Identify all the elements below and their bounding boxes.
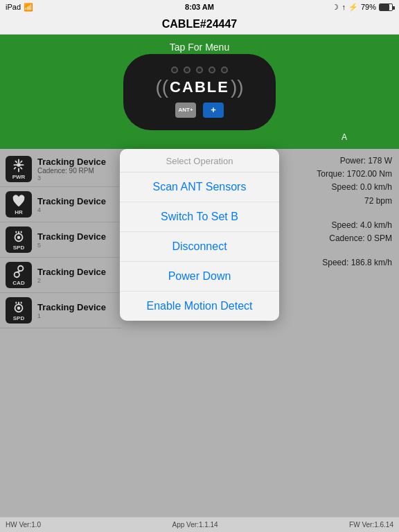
cable-icons: ANT+ +	[175, 103, 224, 118]
footer: HW Ver:1.0 App Ver:1.1.14 FW Ver:1.6.14	[0, 517, 399, 532]
arrow-icon: ↑	[342, 3, 346, 11]
cable-dots	[171, 66, 228, 73]
status-left: iPad 📶	[6, 3, 33, 12]
title-bar: CABLE#24447	[0, 14, 399, 35]
status-bar: iPad 📶 8:03 AM ☽ ↑ ⚡ 79%	[0, 0, 399, 14]
dropdown-item-disconnect[interactable]: Disconnect	[120, 232, 279, 262]
wifi-icon: 📶	[24, 3, 33, 12]
device-name: iPad	[6, 3, 21, 11]
cable-device[interactable]: (( CABLE )) ANT+ +	[123, 54, 276, 130]
app-title: CABLE#24447	[162, 18, 238, 30]
battery-icon	[379, 3, 393, 11]
hw-version: HW Ver:1.0	[6, 521, 41, 529]
right-paren: ))	[231, 76, 244, 98]
bluetooth-icon: ⚡	[348, 3, 358, 12]
dropdown-menu: Select Operation Scan ANT SensorsSwitch …	[120, 149, 279, 321]
status-right: ☽ ↑ ⚡ 79%	[332, 3, 393, 12]
left-paren: ((	[155, 76, 168, 98]
header-area[interactable]: Tap For Menu (( CABLE )) ANT+ + A	[0, 35, 399, 149]
dropdown-item-scan-ant-sensors[interactable]: Scan ANT Sensors	[120, 172, 279, 202]
ant-icon: ANT+	[175, 103, 196, 118]
cable-text: CABLE	[170, 78, 229, 96]
dropdown-overlay[interactable]: Select Operation Scan ANT SensorsSwitch …	[0, 149, 399, 517]
tap-for-menu-label: Tap For Menu	[170, 42, 229, 53]
cable-logo-wrapper: (( CABLE ))	[155, 76, 243, 98]
dropdown-item-power-down[interactable]: Power Down	[120, 262, 279, 292]
app-version: App Ver:1.1.14	[172, 521, 218, 529]
a-indicator: A	[342, 132, 347, 142]
moon-icon: ☽	[332, 3, 339, 12]
fw-version: FW Ver:1.6.14	[349, 521, 393, 529]
status-time: 8:03 AM	[185, 3, 214, 11]
bluetooth-logo-icon: +	[203, 103, 224, 118]
dropdown-item-switch-to-set-b[interactable]: Switch To Set B	[120, 202, 279, 232]
dropdown-item-enable-motion-detect[interactable]: Enable Motion Detect	[120, 292, 279, 321]
main-content: PWRTracking DeviceCadence: 90 RPM3HRTrac…	[0, 149, 399, 517]
battery-percent: 79%	[361, 3, 376, 11]
dropdown-header: Select Operation	[120, 149, 279, 172]
